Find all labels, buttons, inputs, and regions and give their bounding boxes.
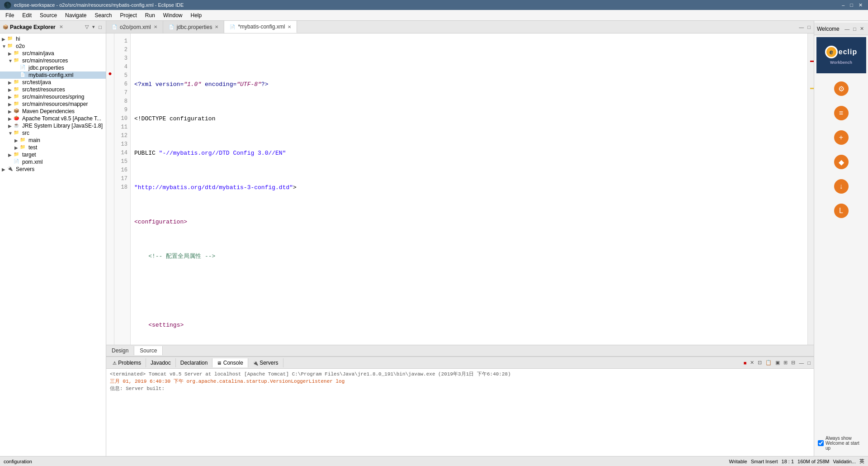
main-layout: 📦 Package Explorer ✕ ▽ ▾ □ ▶ 📁 hi ▼ <box>0 21 868 456</box>
console-action2[interactable]: 📋 <box>764 359 773 366</box>
editor-minimize-button[interactable]: — <box>797 24 805 30</box>
tab-source[interactable]: Source <box>134 346 163 355</box>
console-terminated-line: <terminated> Tomcat v8.5 Server at local… <box>110 371 810 378</box>
title-bar: 🌑 eclipse-workspace - o2o/src/main/resou… <box>0 0 868 10</box>
code-line-3: PUBLIC "-//mybatis.org//DTD Config 3.0//… <box>134 149 804 157</box>
menu-edit[interactable]: Edit <box>19 11 35 19</box>
editor-tab-bar: 📄 o2o/pom.xml ✕ 📄 jdbc.properties ✕ 📄 *m… <box>106 21 814 33</box>
welcome-action-settings[interactable]: ⚙ <box>834 81 849 97</box>
tab-mybatis-config[interactable]: 📄 *mybatis-config.xml ✕ <box>224 21 297 33</box>
code-line-6: <!-- 配置全局属性 --> <box>134 252 804 261</box>
menu-window[interactable]: Window <box>160 11 186 19</box>
tab-jdbc-properties[interactable]: 📄 jdbc.properties ✕ <box>163 21 225 33</box>
tree-arrow: ▶ <box>14 138 20 143</box>
maximize-button[interactable]: □ <box>848 2 855 8</box>
tab-javadoc[interactable]: Javadoc <box>146 358 176 367</box>
tree-arrow: ▶ <box>2 167 7 172</box>
tree-item-src-test-java[interactable]: ▶ 📁 src/test/java <box>0 79 106 86</box>
tree-item-spring[interactable]: ▶ 📁 src/main/resources/spring <box>0 93 106 100</box>
tree-item-src[interactable]: ▼ 📁 src <box>0 129 106 137</box>
menu-project[interactable]: Project <box>116 11 140 19</box>
console-output: <terminated> Tomcat v8.5 Server at local… <box>106 369 814 456</box>
welcome-title: Welcome <box>817 26 840 32</box>
tab-servers[interactable]: 🔌 Servers <box>248 358 283 367</box>
folder-icon: 🔌 <box>7 166 14 172</box>
code-content[interactable]: <?xml version="1.0" encoding="UTF-8"?> <… <box>131 33 807 345</box>
editor-scrollbar[interactable] <box>807 33 814 345</box>
code-line-5: <configuration> <box>134 218 804 226</box>
console-action4[interactable]: ⊞ <box>782 359 789 366</box>
menu-run[interactable]: Run <box>142 11 159 19</box>
close-tab-mybatis[interactable]: ✕ <box>288 24 291 29</box>
status-left: configuration <box>4 459 32 464</box>
welcome-header: Welcome — □ ✕ <box>814 23 868 35</box>
tree-item-mybatis-config[interactable]: 📄 mybatis-config.xml <box>0 71 106 79</box>
console-clear-button[interactable]: ✕ <box>749 359 755 366</box>
tree-item-test[interactable]: ▶ 📁 test <box>0 144 106 151</box>
tab-pom-xml[interactable]: 📄 o2o/pom.xml ✕ <box>106 21 163 33</box>
menu-file[interactable]: File <box>2 11 18 19</box>
tree-arrow: ▶ <box>8 80 14 85</box>
console-maximize-button[interactable]: □ <box>806 360 812 366</box>
minimize-button[interactable]: – <box>840 2 846 8</box>
welcome-footer: Always show Welcome at start up <box>814 432 868 454</box>
console-action5[interactable]: ⊟ <box>790 359 797 366</box>
folder-icon: 📁 <box>14 86 21 93</box>
console-stop-button[interactable]: ■ <box>742 360 748 366</box>
tree-item-jre[interactable]: ▶ ☕ JRE System Library [JavaSE-1.8] <box>0 122 106 129</box>
package-explorer-tree[interactable]: ▶ 📁 hi ▼ 📁 o2o ▶ 📁 src/main/java ▼ <box>0 33 106 456</box>
tree-arrow: ▶ <box>8 102 14 107</box>
menu-navigate[interactable]: Navigate <box>61 11 90 19</box>
menu-help[interactable]: Help <box>187 11 206 19</box>
sidebar-maximize-button[interactable]: □ <box>97 24 103 30</box>
welcome-action-download[interactable]: ↓ <box>834 179 849 195</box>
tree-arrow: ▶ <box>8 116 14 121</box>
tree-item-src-main-java[interactable]: ▶ 📁 src/main/java <box>0 50 106 57</box>
welcome-action-list[interactable]: ≡ <box>834 106 849 121</box>
menu-bar: File Edit Source Navigate Search Project… <box>0 10 868 21</box>
menu-source[interactable]: Source <box>36 11 61 19</box>
console-minimize-button[interactable]: — <box>797 360 805 366</box>
tree-item-jdbc-properties[interactable]: 📄 jdbc.properties <box>0 64 106 71</box>
console-action3[interactable]: ▣ <box>774 359 781 366</box>
close-button[interactable]: ✕ <box>857 2 864 8</box>
sidebar-menu-button[interactable]: ▾ <box>91 24 96 30</box>
error-gutter: ● <box>106 33 114 345</box>
file-icon: 📄 <box>20 65 27 71</box>
tree-item-main[interactable]: ▶ 📁 main <box>0 137 106 144</box>
tab-problems[interactable]: ⚠ Problems <box>108 358 146 367</box>
tab-declaration[interactable]: Declaration <box>176 358 213 367</box>
always-show-checkbox[interactable] <box>818 440 824 446</box>
tree-item-maven-deps[interactable]: ▶ 📦 Maven Dependencies <box>0 108 106 115</box>
editor-maximize-button[interactable]: □ <box>806 24 812 30</box>
code-editor[interactable]: ● 12345 678910 1112131415 161718 <?xml v… <box>106 33 814 345</box>
window-controls[interactable]: – □ ✕ <box>840 2 864 8</box>
tree-item-src-main-resources[interactable]: ▼ 📁 src/main/resources <box>0 57 106 64</box>
tree-item-pom[interactable]: 📄 pom.xml <box>0 158 106 166</box>
welcome-close-button[interactable]: ✕ <box>859 25 865 32</box>
sidebar-collapse-button[interactable]: ▽ <box>84 24 90 30</box>
sidebar-header-actions[interactable]: ▽ ▾ □ <box>84 24 103 30</box>
welcome-maximize-button[interactable]: □ <box>852 25 858 32</box>
tab-design[interactable]: Design <box>106 346 134 355</box>
welcome-action-git[interactable]: ◆ <box>834 155 849 170</box>
console-action1[interactable]: ⊡ <box>756 359 763 366</box>
tree-item-o2o[interactable]: ▼ 📁 o2o <box>0 43 106 50</box>
tree-item-src-test-resources[interactable]: ▶ 📁 src/test/resources <box>0 86 106 93</box>
welcome-action-add[interactable]: + <box>834 130 849 146</box>
menu-search[interactable]: Search <box>91 11 115 19</box>
folder-icon: 📁 <box>14 79 21 86</box>
eclipse-logo: e eclip Workbench <box>816 37 866 73</box>
welcome-action-learn[interactable]: L <box>834 204 849 219</box>
tree-item-target[interactable]: ▶ 📁 target <box>0 151 106 158</box>
close-tab-pom[interactable]: ✕ <box>154 24 157 29</box>
tab-console[interactable]: 🖥 Console <box>212 358 248 367</box>
tree-item-hi[interactable]: ▶ 📁 hi <box>0 35 106 43</box>
tree-item-servers[interactable]: ▶ 🔌 Servers <box>0 166 106 173</box>
tree-item-mapper[interactable]: ▶ 📁 src/main/resources/mapper <box>0 100 106 108</box>
tree-item-tomcat[interactable]: ▶ 🍅 Apache Tomcat v8.5 [Apache T... <box>0 115 106 122</box>
status-config: configuration <box>4 459 32 464</box>
welcome-minimize-button[interactable]: — <box>843 25 851 32</box>
close-tab-jdbc[interactable]: ✕ <box>215 24 218 29</box>
editor-tab-actions[interactable]: — □ <box>797 24 814 30</box>
